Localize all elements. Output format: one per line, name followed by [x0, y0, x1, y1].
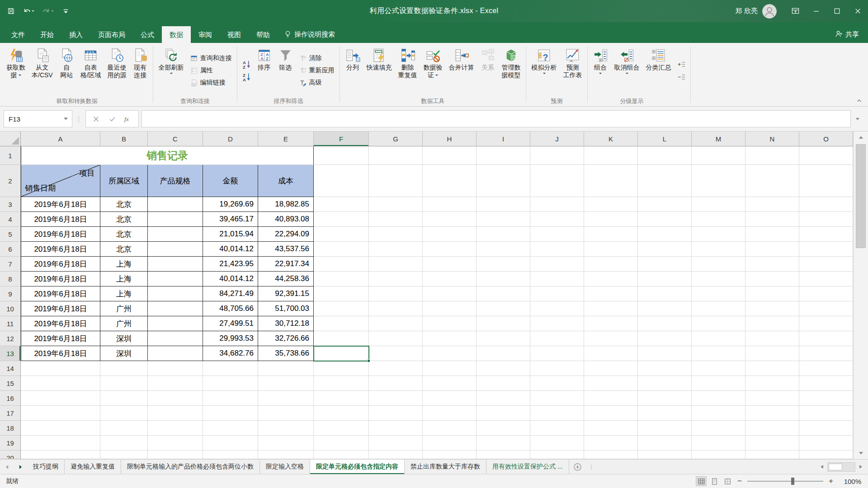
- col-header-F[interactable]: F: [314, 131, 369, 146]
- cell-K6[interactable]: [584, 242, 638, 257]
- cell-N1[interactable]: [745, 146, 799, 165]
- cell-K10[interactable]: [584, 301, 638, 316]
- cell-E19[interactable]: [258, 436, 314, 450]
- cell-H13[interactable]: [423, 346, 476, 361]
- row-header-8[interactable]: 8: [0, 272, 21, 286]
- cell-K13[interactable]: [584, 346, 638, 361]
- cell-H18[interactable]: [423, 421, 476, 436]
- cell-M10[interactable]: [692, 301, 745, 316]
- cell-H9[interactable]: [423, 286, 476, 301]
- from-table-button[interactable]: 自表格/区域: [77, 44, 104, 97]
- cell-N8[interactable]: [745, 272, 799, 286]
- row-header-15[interactable]: 15: [0, 376, 21, 391]
- table-title-cell[interactable]: 销售记录: [21, 146, 314, 165]
- from-text-button[interactable]: 从文本/CSV: [28, 44, 56, 97]
- cell-E15[interactable]: [258, 376, 314, 391]
- cell-K16[interactable]: [584, 391, 638, 406]
- view-break-icon[interactable]: [722, 476, 733, 486]
- row-header-18[interactable]: 18: [0, 421, 21, 436]
- cell-G6[interactable]: [369, 242, 423, 257]
- cell-E13[interactable]: 35,738.66: [258, 346, 314, 361]
- name-box-caret-icon[interactable]: [60, 117, 72, 120]
- cell-I8[interactable]: [476, 272, 530, 286]
- cell-N13[interactable]: [745, 346, 799, 361]
- cell-C17[interactable]: [148, 406, 203, 421]
- cell-G12[interactable]: [369, 331, 423, 346]
- cell-F7[interactable]: [314, 257, 369, 272]
- cell-I12[interactable]: [476, 331, 530, 346]
- cell-J6[interactable]: [530, 242, 584, 257]
- sheet-tab-1[interactable]: 避免输入重复值: [65, 460, 121, 474]
- cell-O2[interactable]: [799, 165, 853, 197]
- cell-I17[interactable]: [476, 406, 530, 421]
- cell-C10[interactable]: [148, 301, 203, 316]
- cell-L14[interactable]: [638, 361, 692, 376]
- cell-O4[interactable]: [799, 212, 853, 227]
- active-cell-selection[interactable]: [313, 346, 369, 361]
- cell-O13[interactable]: [799, 346, 853, 361]
- cell-O7[interactable]: [799, 257, 853, 272]
- cell-A4[interactable]: 2019年6月18日: [21, 212, 100, 227]
- cell-J4[interactable]: [530, 212, 584, 227]
- qat-customize-icon[interactable]: [62, 7, 70, 15]
- cell-O1[interactable]: [799, 146, 853, 165]
- cell-H17[interactable]: [423, 406, 476, 421]
- cell-D3[interactable]: 19,269.69: [203, 197, 258, 212]
- cell-G16[interactable]: [369, 391, 423, 406]
- existing-connections-button[interactable]: 现有连接: [130, 44, 151, 97]
- cell-F2[interactable]: [314, 165, 369, 197]
- cell-J8[interactable]: [530, 272, 584, 286]
- sheet-tab-4[interactable]: 限定单元格必须包含指定内容: [310, 460, 405, 474]
- cell-A5[interactable]: 2019年6月18日: [21, 227, 100, 242]
- cell-G18[interactable]: [369, 421, 423, 436]
- cell-L20[interactable]: [638, 450, 692, 459]
- cell-D5[interactable]: 21,015.94: [203, 227, 258, 242]
- flash-fill-button[interactable]: 快速填充: [363, 44, 395, 97]
- cell-I13[interactable]: [476, 346, 530, 361]
- cell-H10[interactable]: [423, 301, 476, 316]
- cell-B18[interactable]: [100, 421, 148, 436]
- cell-J19[interactable]: [530, 436, 584, 450]
- sheet-tab-5[interactable]: 禁止出库数量大于库存数: [405, 460, 486, 474]
- sheet-tab-options-icon[interactable]: ⋮: [586, 460, 597, 474]
- zoom-level[interactable]: 100%: [838, 478, 861, 485]
- select-all-corner[interactable]: [0, 131, 21, 146]
- cell-E3[interactable]: 18,982.85: [258, 197, 314, 212]
- cell-A19[interactable]: [21, 436, 100, 450]
- cell-L9[interactable]: [638, 286, 692, 301]
- queries-connections-button[interactable]: 查询和连接: [188, 53, 234, 64]
- cell-O17[interactable]: [799, 406, 853, 421]
- cell-L4[interactable]: [638, 212, 692, 227]
- cell-O15[interactable]: [799, 376, 853, 391]
- sort-desc-button[interactable]: ZA: [241, 71, 253, 82]
- horizontal-scroll-thumb[interactable]: [829, 464, 842, 470]
- cell-L17[interactable]: [638, 406, 692, 421]
- scroll-down-icon[interactable]: [854, 447, 868, 459]
- subtotal-button[interactable]: 分类汇总: [643, 44, 675, 97]
- cell-E7[interactable]: 22,917.34: [258, 257, 314, 272]
- col-header-M[interactable]: M: [692, 131, 745, 146]
- col-header-N[interactable]: N: [745, 131, 799, 146]
- cell-O9[interactable]: [799, 286, 853, 301]
- row-header-13[interactable]: 13: [0, 346, 21, 361]
- cell-A20[interactable]: [21, 450, 100, 459]
- cell-G3[interactable]: [369, 197, 423, 212]
- cell-N7[interactable]: [745, 257, 799, 272]
- cell-L5[interactable]: [638, 227, 692, 242]
- cell-C11[interactable]: [148, 316, 203, 331]
- cell-J14[interactable]: [530, 361, 584, 376]
- row-header-12[interactable]: 12: [0, 331, 21, 346]
- maximize-icon[interactable]: [826, 0, 847, 22]
- cell-I1[interactable]: [476, 146, 530, 165]
- cell-F6[interactable]: [314, 242, 369, 257]
- cell-K7[interactable]: [584, 257, 638, 272]
- refresh-all-button[interactable]: 全部刷新: [156, 44, 187, 97]
- cell-F15[interactable]: [314, 376, 369, 391]
- cell-B19[interactable]: [100, 436, 148, 450]
- cell-M8[interactable]: [692, 272, 745, 286]
- table-header-B2[interactable]: 所属区域: [100, 165, 148, 197]
- undo-icon[interactable]: [23, 7, 34, 15]
- row-header-20[interactable]: 20: [0, 450, 21, 459]
- cell-D11[interactable]: 27,499.51: [203, 316, 258, 331]
- cell-D9[interactable]: 84,271.49: [203, 286, 258, 301]
